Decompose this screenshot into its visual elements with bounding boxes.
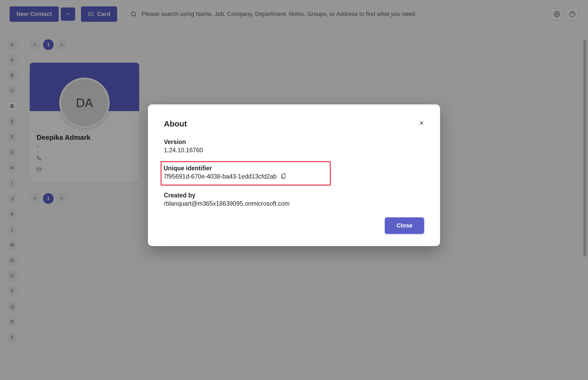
uid-row: 7f95691d-670e-4038-ba43-1edd13cfd2ab (164, 173, 328, 180)
modal-title: About (164, 119, 424, 128)
close-button[interactable]: Close (385, 217, 424, 234)
clipboard-icon (280, 173, 286, 179)
created-by-label: Created by (164, 192, 424, 199)
created-by-value: rblanquart@m365x18639095.onmicrosoft.com (164, 200, 424, 207)
close-icon (418, 120, 425, 126)
copy-uid-button[interactable] (280, 173, 286, 180)
modal-footer: Close (164, 217, 424, 234)
version-label: Version (164, 138, 424, 146)
uid-value: 7f95691d-670e-4038-ba43-1edd13cfd2ab (164, 173, 277, 180)
uid-label: Unique identifier (164, 165, 328, 172)
version-value: 1.24.10.16760 (164, 147, 424, 154)
about-modal: About Version 1.24.10.16760 Unique ident… (148, 104, 440, 246)
svg-rect-12 (282, 174, 285, 178)
modal-overlay: About Version 1.24.10.16760 Unique ident… (0, 0, 588, 380)
modal-close-button[interactable] (416, 118, 427, 129)
uid-section-highlighted: Unique identifier 7f95691d-670e-4038-ba4… (161, 161, 331, 185)
